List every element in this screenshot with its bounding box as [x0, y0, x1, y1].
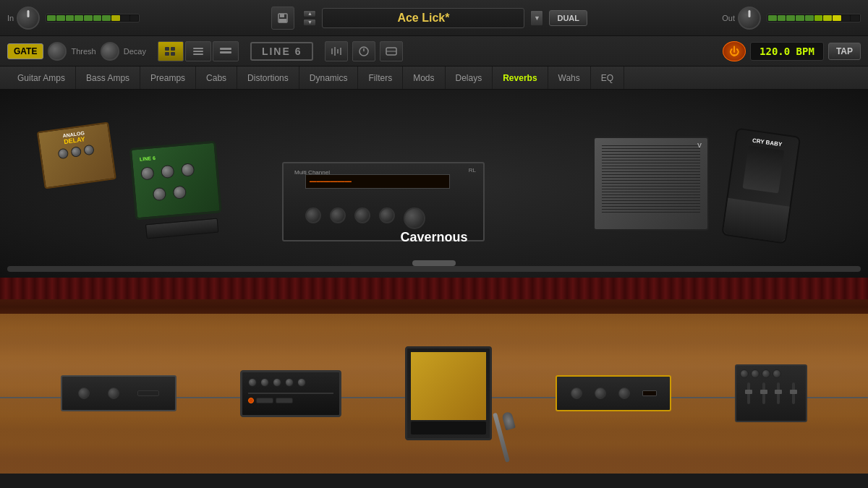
meter-seg: [851, 15, 859, 21]
decay-label: Decay: [124, 47, 146, 56]
green-knob-5: [173, 185, 187, 200]
thresh-knob[interactable]: [48, 42, 67, 61]
svg-rect-1: [280, 14, 284, 17]
meter-seg: [93, 15, 102, 21]
save-icon: [277, 12, 289, 24]
wah-rocker: [743, 145, 785, 193]
chain-rack-fx[interactable]: [556, 375, 671, 411]
cabinet-bottom: [411, 421, 486, 435]
wah-device[interactable]: CRY BABY: [718, 128, 822, 269]
meter-seg: [833, 15, 841, 21]
chain-device-1[interactable]: [61, 375, 176, 411]
fx-button[interactable]: [380, 41, 403, 61]
rack-model: RL: [469, 167, 476, 174]
meter-seg: [111, 15, 120, 21]
mixer-faders: [740, 381, 802, 406]
preset-dropdown-button[interactable]: ▼: [530, 10, 543, 26]
preset-name[interactable]: Ace Lick*: [322, 8, 524, 28]
mixer-knob: [751, 369, 760, 378]
cube-speaker-device[interactable]: V: [593, 137, 723, 252]
view-detail-button[interactable]: [213, 41, 239, 61]
amp-knob: [260, 378, 269, 387]
meter-seg: [796, 15, 804, 21]
nav-wahs[interactable]: Wahs: [548, 67, 591, 89]
chain-fx-knob: [571, 388, 582, 399]
chain-fx-knob: [595, 388, 606, 399]
second-bar: GATE Thresh Decay LINE 6: [0, 36, 868, 67]
meter-seg: [47, 15, 56, 21]
power-button[interactable]: ⏻: [723, 41, 746, 61]
chain-area: [0, 278, 868, 474]
meter-seg: [121, 15, 129, 21]
view-list-button[interactable]: [185, 41, 211, 61]
nav-cabs[interactable]: Cabs: [196, 67, 237, 89]
meter-seg: [102, 15, 111, 21]
preamp-display: [137, 390, 159, 396]
gate-button[interactable]: GATE: [7, 43, 43, 59]
chain-device-3[interactable]: [405, 346, 492, 440]
speaker-brand: V: [697, 142, 702, 149]
tap-button[interactable]: TAP: [828, 43, 861, 60]
pedal-brand: LINE 6: [140, 155, 156, 162]
chain-cabinet[interactable]: [405, 346, 492, 440]
save-button[interactable]: [271, 7, 294, 30]
green-pedal-device[interactable]: LINE 6: [129, 140, 233, 257]
nav-delays[interactable]: Delays: [446, 67, 493, 89]
nav-mods[interactable]: Mods: [403, 67, 445, 89]
nav-preamps[interactable]: Preamps: [140, 67, 196, 89]
preset-next-button[interactable]: ▼: [303, 19, 316, 26]
chain-knob: [78, 388, 90, 399]
svg-rect-8: [193, 51, 203, 52]
browser-scrollbar[interactable]: [412, 260, 456, 266]
chain-device-5[interactable]: [735, 364, 807, 422]
nav-bass-amps[interactable]: Bass Amps: [76, 67, 140, 89]
input-meter: [46, 14, 140, 22]
decay-knob[interactable]: [101, 42, 119, 61]
meter-seg: [75, 15, 83, 21]
meter-seg: [56, 15, 65, 21]
foot-switch: [145, 218, 218, 239]
preset-nav[interactable]: ▲ ▼: [303, 10, 316, 26]
view-grid-button[interactable]: [158, 41, 184, 61]
amp-knob: [248, 378, 257, 387]
nav-filters[interactable]: Filters: [358, 67, 403, 89]
input-knob[interactable]: [17, 7, 40, 30]
output-knob[interactable]: [738, 7, 761, 30]
microphone: [501, 411, 516, 431]
svg-rect-5: [165, 52, 169, 56]
green-knob-2: [161, 165, 175, 179]
amp-switches: [242, 394, 339, 407]
chain-mixer[interactable]: [735, 364, 807, 422]
eq-button[interactable]: [325, 41, 348, 61]
meter-seg: [814, 15, 823, 21]
browser-area[interactable]: ANALOG DELAY LINE 6: [0, 90, 868, 278]
analog-delay-device[interactable]: ANALOG DELAY: [37, 121, 129, 232]
rack-knob-3: [354, 207, 370, 223]
mixer-knob: [762, 369, 770, 378]
nav-eq[interactable]: EQ: [591, 67, 624, 89]
list-icon: [192, 46, 205, 56]
meter-seg: [130, 15, 139, 21]
tuner-button[interactable]: [352, 41, 375, 61]
chain-fx-knob: [618, 388, 630, 399]
preset-prev-button[interactable]: ▲: [303, 10, 316, 17]
dual-button[interactable]: DUAL: [549, 10, 587, 26]
nav-distortions[interactable]: Distortions: [237, 67, 299, 89]
browser-preset-label: Cavernous: [400, 230, 467, 245]
svg-rect-9: [193, 53, 203, 55]
nav-dynamics[interactable]: Dynamics: [299, 67, 359, 89]
rack-knob-row: [305, 207, 425, 229]
nav-guitar-amps[interactable]: Guitar Amps: [7, 67, 76, 89]
chain-amp-head[interactable]: [240, 370, 341, 417]
meter-seg: [842, 15, 851, 21]
svg-rect-2: [279, 19, 286, 22]
rack-knob-2: [330, 207, 346, 223]
svg-rect-3: [165, 47, 169, 51]
green-knob-1: [140, 166, 155, 181]
chain-preamp-unit[interactable]: [61, 375, 176, 411]
chain-device-4[interactable]: [556, 375, 671, 411]
green-knob-4: [153, 187, 167, 202]
meter-seg: [84, 15, 93, 21]
nav-reverbs[interactable]: Reverbs: [493, 67, 548, 89]
chain-device-2[interactable]: [240, 370, 341, 417]
